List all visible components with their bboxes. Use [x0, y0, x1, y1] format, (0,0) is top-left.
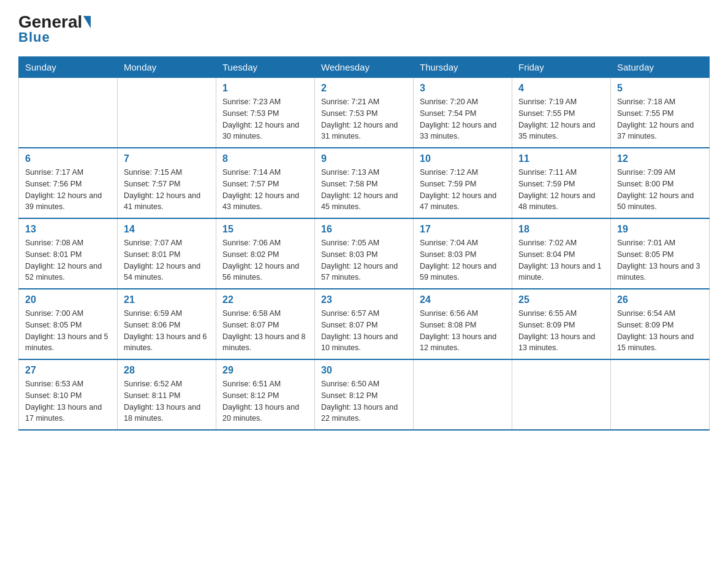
day-number: 8: [222, 153, 308, 164]
calendar-cell: 19Sunrise: 7:01 AMSunset: 8:05 PMDayligh…: [611, 218, 710, 289]
day-number: 7: [124, 153, 210, 164]
calendar-cell: 10Sunrise: 7:12 AMSunset: 7:59 PMDayligh…: [414, 148, 512, 218]
calendar-header: SundayMondayTuesdayWednesdayThursdayFrid…: [19, 57, 710, 78]
day-info: Sunrise: 7:05 AMSunset: 8:03 PMDaylight:…: [321, 237, 407, 283]
weekday-header-monday: Monday: [118, 57, 216, 78]
day-number: 28: [124, 365, 210, 376]
weekday-header-friday: Friday: [512, 57, 611, 78]
day-number: 20: [25, 294, 111, 305]
day-info: Sunrise: 7:11 AMSunset: 7:59 PMDaylight:…: [518, 167, 604, 213]
calendar-cell: 28Sunrise: 6:52 AMSunset: 8:11 PMDayligh…: [118, 359, 216, 430]
calendar-cell: [611, 359, 710, 430]
day-info: Sunrise: 7:07 AMSunset: 8:01 PMDaylight:…: [124, 237, 210, 283]
day-info: Sunrise: 6:55 AMSunset: 8:09 PMDaylight:…: [518, 308, 604, 354]
calendar-cell: 30Sunrise: 6:50 AMSunset: 8:12 PMDayligh…: [315, 359, 414, 430]
calendar-cell: 22Sunrise: 6:58 AMSunset: 8:07 PMDayligh…: [216, 289, 315, 359]
calendar-cell: 27Sunrise: 6:53 AMSunset: 8:10 PMDayligh…: [19, 359, 118, 430]
calendar-cell: [118, 78, 216, 148]
day-info: Sunrise: 7:01 AMSunset: 8:05 PMDaylight:…: [617, 237, 703, 283]
day-info: Sunrise: 7:13 AMSunset: 7:58 PMDaylight:…: [321, 167, 407, 213]
day-info: Sunrise: 7:00 AMSunset: 8:05 PMDaylight:…: [25, 308, 111, 354]
day-info: Sunrise: 6:50 AMSunset: 8:12 PMDaylight:…: [321, 378, 407, 424]
day-number: 24: [420, 294, 506, 305]
day-number: 6: [25, 153, 111, 164]
day-number: 23: [321, 294, 407, 305]
logo-triangle-icon: [83, 16, 91, 28]
week-row-5: 27Sunrise: 6:53 AMSunset: 8:10 PMDayligh…: [19, 359, 710, 430]
day-info: Sunrise: 6:53 AMSunset: 8:10 PMDaylight:…: [25, 378, 111, 424]
day-number: 2: [321, 83, 407, 94]
day-number: 30: [321, 365, 407, 376]
day-info: Sunrise: 6:59 AMSunset: 8:06 PMDaylight:…: [124, 308, 210, 354]
calendar-cell: 16Sunrise: 7:05 AMSunset: 8:03 PMDayligh…: [315, 218, 414, 289]
calendar-cell: 8Sunrise: 7:14 AMSunset: 7:57 PMDaylight…: [216, 148, 315, 218]
day-info: Sunrise: 7:15 AMSunset: 7:57 PMDaylight:…: [124, 167, 210, 213]
day-info: Sunrise: 6:57 AMSunset: 8:07 PMDaylight:…: [321, 308, 407, 354]
day-number: 16: [321, 224, 407, 235]
day-number: 3: [420, 83, 506, 94]
day-info: Sunrise: 7:09 AMSunset: 8:00 PMDaylight:…: [617, 167, 703, 213]
day-number: 14: [124, 224, 210, 235]
day-info: Sunrise: 7:04 AMSunset: 8:03 PMDaylight:…: [420, 237, 506, 283]
day-number: 13: [25, 224, 111, 235]
day-number: 11: [518, 153, 604, 164]
calendar-cell: 11Sunrise: 7:11 AMSunset: 7:59 PMDayligh…: [512, 148, 611, 218]
day-number: 19: [617, 224, 703, 235]
calendar-cell: 1Sunrise: 7:23 AMSunset: 7:53 PMDaylight…: [216, 78, 315, 148]
day-info: Sunrise: 7:17 AMSunset: 7:56 PMDaylight:…: [25, 167, 111, 213]
calendar-cell: 21Sunrise: 6:59 AMSunset: 8:06 PMDayligh…: [118, 289, 216, 359]
day-number: 17: [420, 224, 506, 235]
calendar-cell: 2Sunrise: 7:21 AMSunset: 7:53 PMDaylight…: [315, 78, 414, 148]
weekday-header-saturday: Saturday: [611, 57, 710, 78]
weekday-header-sunday: Sunday: [19, 57, 118, 78]
day-number: 1: [222, 83, 308, 94]
page-header: General Blue: [18, 12, 710, 45]
day-info: Sunrise: 7:20 AMSunset: 7:54 PMDaylight:…: [420, 96, 506, 142]
weekday-header-row: SundayMondayTuesdayWednesdayThursdayFrid…: [19, 57, 710, 78]
calendar-body: 1Sunrise: 7:23 AMSunset: 7:53 PMDaylight…: [19, 78, 710, 431]
calendar-cell: 3Sunrise: 7:20 AMSunset: 7:54 PMDaylight…: [414, 78, 512, 148]
weekday-header-wednesday: Wednesday: [315, 57, 414, 78]
weekday-header-tuesday: Tuesday: [216, 57, 315, 78]
calendar-cell: 6Sunrise: 7:17 AMSunset: 7:56 PMDaylight…: [19, 148, 118, 218]
week-row-2: 6Sunrise: 7:17 AMSunset: 7:56 PMDaylight…: [19, 148, 710, 218]
day-number: 5: [617, 83, 703, 94]
day-info: Sunrise: 7:08 AMSunset: 8:01 PMDaylight:…: [25, 237, 111, 283]
day-number: 4: [518, 83, 604, 94]
calendar-cell: [19, 78, 118, 148]
calendar-cell: 23Sunrise: 6:57 AMSunset: 8:07 PMDayligh…: [315, 289, 414, 359]
day-number: 12: [617, 153, 703, 164]
day-number: 29: [222, 365, 308, 376]
day-info: Sunrise: 7:19 AMSunset: 7:55 PMDaylight:…: [518, 96, 604, 142]
calendar-cell: 24Sunrise: 6:56 AMSunset: 8:08 PMDayligh…: [414, 289, 512, 359]
calendar-cell: [512, 359, 611, 430]
day-info: Sunrise: 7:12 AMSunset: 7:59 PMDaylight:…: [420, 167, 506, 213]
day-number: 27: [25, 365, 111, 376]
day-info: Sunrise: 7:21 AMSunset: 7:53 PMDaylight:…: [321, 96, 407, 142]
day-info: Sunrise: 6:54 AMSunset: 8:09 PMDaylight:…: [617, 308, 703, 354]
calendar-cell: 26Sunrise: 6:54 AMSunset: 8:09 PMDayligh…: [611, 289, 710, 359]
logo-blue: Blue: [18, 29, 50, 45]
day-number: 10: [420, 153, 506, 164]
day-info: Sunrise: 7:14 AMSunset: 7:57 PMDaylight:…: [222, 167, 308, 213]
day-number: 15: [222, 224, 308, 235]
day-number: 21: [124, 294, 210, 305]
week-row-3: 13Sunrise: 7:08 AMSunset: 8:01 PMDayligh…: [19, 218, 710, 289]
calendar-cell: 15Sunrise: 7:06 AMSunset: 8:02 PMDayligh…: [216, 218, 315, 289]
logo: General Blue: [18, 12, 92, 45]
calendar-cell: 7Sunrise: 7:15 AMSunset: 7:57 PMDaylight…: [118, 148, 216, 218]
day-info: Sunrise: 6:58 AMSunset: 8:07 PMDaylight:…: [222, 308, 308, 354]
calendar-cell: 4Sunrise: 7:19 AMSunset: 7:55 PMDaylight…: [512, 78, 611, 148]
day-number: 18: [518, 224, 604, 235]
calendar-cell: 29Sunrise: 6:51 AMSunset: 8:12 PMDayligh…: [216, 359, 315, 430]
day-info: Sunrise: 6:51 AMSunset: 8:12 PMDaylight:…: [222, 378, 308, 424]
calendar-cell: 12Sunrise: 7:09 AMSunset: 8:00 PMDayligh…: [611, 148, 710, 218]
calendar-cell: 17Sunrise: 7:04 AMSunset: 8:03 PMDayligh…: [414, 218, 512, 289]
calendar-cell: [414, 359, 512, 430]
calendar-cell: 18Sunrise: 7:02 AMSunset: 8:04 PMDayligh…: [512, 218, 611, 289]
calendar-cell: 5Sunrise: 7:18 AMSunset: 7:55 PMDaylight…: [611, 78, 710, 148]
calendar-cell: 13Sunrise: 7:08 AMSunset: 8:01 PMDayligh…: [19, 218, 118, 289]
day-info: Sunrise: 7:02 AMSunset: 8:04 PMDaylight:…: [518, 237, 604, 283]
week-row-4: 20Sunrise: 7:00 AMSunset: 8:05 PMDayligh…: [19, 289, 710, 359]
calendar-cell: 9Sunrise: 7:13 AMSunset: 7:58 PMDaylight…: [315, 148, 414, 218]
